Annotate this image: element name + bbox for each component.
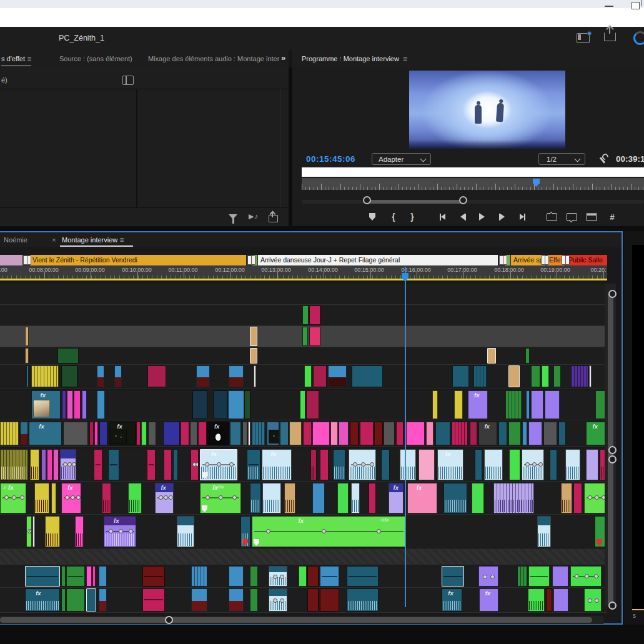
timeline-clip[interactable] [250,327,257,346]
keyframe-dot[interactable] [361,462,365,467]
timeline-clip[interactable] [242,422,247,445]
timeline-clip[interactable] [114,365,122,387]
timeline-clip[interactable] [328,365,347,387]
timeline-clip[interactable] [307,588,319,612]
timeline-clip[interactable]: fx [155,483,174,513]
timeline-clip[interactable] [553,588,568,612]
timeline-clip[interactable] [192,390,207,419]
panel-menu-icon[interactable]: ≡ [117,235,124,244]
timeline-clip[interactable] [553,365,561,387]
fit-dropdown[interactable]: Adapter [372,153,431,165]
timeline-clip[interactable] [475,449,482,480]
timeline-clip[interactable] [531,390,543,419]
timeline-clip[interactable] [584,588,602,612]
timeline-clip[interactable] [142,566,165,587]
export-icon[interactable] [269,215,278,222]
timeline-clip[interactable] [330,422,338,445]
keyframe-dot[interactable] [280,598,284,603]
timeline-clip[interactable] [190,422,197,445]
scrollbar-handle[interactable] [165,616,173,624]
timeline-clip[interactable] [517,566,527,587]
timeline-clip[interactable] [20,422,28,445]
timeline-clip[interactable] [306,390,319,419]
timeline-clip[interactable] [61,365,77,387]
keyframe-dot[interactable] [206,495,210,500]
timeline-clip[interactable] [432,390,438,419]
keyframe-dot[interactable] [273,575,277,579]
timeline-clip[interactable] [552,566,568,587]
zoom-handle-left[interactable] [363,196,371,204]
timeline-clip[interactable] [351,483,360,513]
timeline-clip[interactable] [269,588,287,612]
timeline-clip[interactable]: fxıllı [252,516,406,547]
marker-flag-icon[interactable] [27,255,31,265]
keyframe-dot[interactable] [109,529,113,533]
work-area-bar[interactable] [0,279,607,280]
step-back-button[interactable] [457,211,469,222]
sequence-marker[interactable]: Arrivée sp [511,255,545,265]
resolution-dropdown[interactable]: 1/2 [538,153,585,165]
timeline-clip[interactable] [435,422,450,445]
keyframe-dot[interactable] [322,529,326,533]
timeline-clip[interactable] [487,348,496,364]
timeline-clip[interactable] [181,422,189,445]
keyframe-dot[interactable] [169,495,173,500]
timeline-clip[interactable] [442,566,464,587]
timeline-clip[interactable] [66,566,85,587]
timeline-clip[interactable] [269,566,287,587]
timeline-clip[interactable] [229,365,244,387]
timeline-clip[interactable] [97,365,104,387]
timeline-clip[interactable] [163,422,180,445]
keyframe-dot[interactable] [575,574,579,578]
keyframe-dot[interactable] [196,462,199,467]
timeline-clip[interactable] [352,365,383,387]
keyframe-dot[interactable] [76,495,81,500]
timeline-tab-noémie[interactable]: Noémie [4,232,27,247]
timeline-clip[interactable] [252,422,265,445]
timeline-clip[interactable] [472,483,484,513]
timeline-clip[interactable] [191,588,207,612]
timeline-clip[interactable] [337,483,349,513]
timeline-clip[interactable] [543,422,557,445]
keyframe-dot[interactable] [538,462,543,467]
zoom-handle-right[interactable] [459,196,467,204]
filter-icon[interactable] [229,214,237,219]
clip-marker-red[interactable] [597,539,602,546]
scrollbar-handle[interactable] [608,455,617,463]
timeline-clip[interactable] [347,566,379,587]
timeline-clip[interactable] [229,566,244,587]
timeline-clip[interactable] [589,365,592,387]
timeline-clip[interactable] [558,422,566,445]
restore-icon[interactable] [632,2,640,9]
scrollbar-handle[interactable] [608,602,617,610]
timeline-clip[interactable] [586,449,598,480]
program-zoom-bar[interactable] [367,200,463,204]
timeline-clip[interactable] [164,449,172,480]
timeline-clip[interactable]: fx [109,422,136,445]
timeline-clip[interactable] [584,483,607,513]
keyframe-dot[interactable] [4,495,9,500]
timeline-clip[interactable] [528,588,545,612]
timeline-clip[interactable] [526,390,530,419]
timeline-clip[interactable] [505,390,522,419]
timeline-clip[interactable] [191,566,207,587]
timeline-clip[interactable]: fx [61,483,81,513]
add-marker-button[interactable] [366,211,379,222]
timeline-clip[interactable] [419,449,435,480]
keyframe-dot[interactable] [71,495,75,500]
timeline-clip[interactable] [25,327,29,346]
timeline-clip[interactable] [26,516,32,547]
timeline-clip[interactable] [86,566,92,587]
timeline-clip[interactable] [34,483,49,513]
timeline-clip[interactable] [228,390,244,419]
timeline-clip[interactable] [570,566,602,587]
timeline-clip[interactable] [498,422,507,445]
timeline-clip[interactable] [313,365,327,387]
timeline-clip[interactable] [320,588,339,612]
timeline-clip[interactable] [522,449,544,480]
timeline-clip[interactable] [230,422,241,445]
timeline-clip[interactable] [309,305,320,325]
timeline-clip[interactable] [99,566,107,587]
current-timecode[interactable]: 00:15:45:06 [306,154,355,164]
timeline-clip[interactable] [561,483,572,513]
